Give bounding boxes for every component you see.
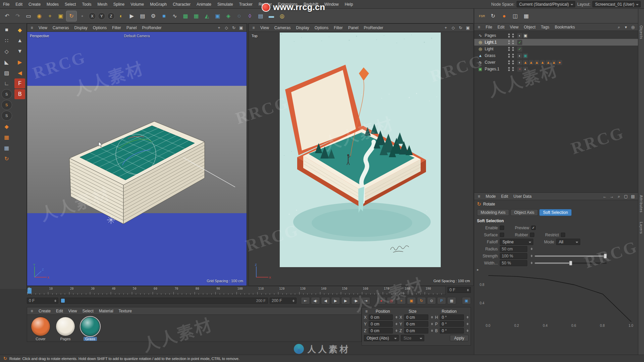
rubber-checkbox[interactable] [530, 233, 534, 237]
visibility-dots[interactable] [508, 34, 510, 38]
object-row-pages[interactable]: ∿Pages◐▣ [474, 32, 638, 39]
array-generator-icon[interactable]: ▦ [191, 11, 201, 21]
coord-rotation-b-field[interactable]: 0 ° [440, 328, 464, 334]
search-icon[interactable]: ⌕ [616, 193, 622, 199]
menubar-item-tools[interactable]: Tools [79, 2, 94, 7]
arrow-up-icon[interactable]: ▲ [14, 36, 25, 46]
material-pages[interactable]: Pages [55, 317, 76, 341]
radius-spinner[interactable] [531, 247, 533, 251]
front-view-icon[interactable]: F [14, 78, 25, 88]
next-frame-button[interactable]: ▶ [341, 297, 350, 304]
make-editable-icon[interactable]: ◆ [14, 25, 25, 35]
timeline-range-slider[interactable]: 200 F [60, 298, 268, 304]
panel-menu-icon[interactable]: ≡ [476, 194, 482, 199]
render-settings-icon[interactable]: ⚙ [148, 11, 158, 21]
enabled-check-tag[interactable]: ✓ [517, 40, 522, 45]
falloff-select[interactable]: Spline [500, 239, 533, 245]
layout-select[interactable]: Screencast_01 (User) [592, 1, 641, 7]
next-key-button[interactable]: ◦▶ [351, 297, 360, 304]
coord-position-y-field[interactable]: 0 cm [369, 321, 393, 327]
viewport-menu-cameras[interactable]: Cameras [272, 25, 293, 30]
current-frame-spinner[interactable] [54, 299, 56, 303]
selection-tag[interactable]: ▲ [551, 60, 556, 65]
camera-label[interactable]: Default Camera [27, 34, 247, 38]
selection-tag[interactable]: ▲ [540, 60, 545, 65]
viewport-menu-prorender[interactable]: ProRender [140, 25, 164, 30]
keyframe-selection-button[interactable]: ▦ [447, 297, 456, 304]
polygons-mode-icon[interactable]: ◣ [1, 57, 12, 67]
pen-spline-icon[interactable]: ∿ [170, 11, 180, 21]
width-field[interactable]: 50 % [500, 260, 527, 266]
panel-menu-icon[interactable]: ≡ [29, 25, 35, 30]
arrow-down-icon[interactable]: ▼ [14, 46, 25, 56]
viewport-orbit-icon[interactable]: ↻ [457, 24, 464, 31]
viewport-menu-options[interactable]: Options [312, 25, 331, 30]
attribute-menu-user-data[interactable]: User Data [511, 194, 534, 199]
material-menu-material[interactable]: Material [96, 309, 116, 313]
object-row-grass[interactable]: ▲Grass◐▣ [474, 52, 638, 59]
coord-spinner[interactable] [395, 328, 397, 333]
material-menu-texture[interactable]: Texture [116, 309, 135, 313]
object-row-pages-1[interactable]: ▣Pages.1×◐ [474, 66, 638, 72]
visibility-dots[interactable] [512, 67, 514, 71]
menubar-item-render[interactable]: Render [256, 2, 275, 7]
viewport-menu-cameras[interactable]: Cameras [50, 25, 72, 30]
simulate-tags-icon[interactable]: ▤ [256, 11, 266, 21]
coord-size-y-field[interactable]: 0 cm [404, 321, 428, 327]
undo-icon[interactable]: ↶ [2, 11, 12, 21]
record-rotation-button[interactable]: ↻ [417, 297, 426, 304]
node-editor-icon[interactable]: ◫ [510, 11, 520, 21]
tab-modeling-axis[interactable]: Modeling Axis [477, 209, 509, 216]
coord-spinner[interactable] [395, 315, 397, 319]
y-axis-lock-icon[interactable]: Y [98, 12, 105, 20]
texture-tag[interactable]: ▣ [523, 33, 528, 38]
selection-tag[interactable]: ▲ [529, 60, 534, 65]
coord-spinner[interactable] [431, 328, 433, 333]
scale-tool-icon[interactable]: ▣ [56, 11, 66, 21]
quantize-icon[interactable]: ▦ [1, 132, 12, 142]
strength-spinner[interactable] [531, 254, 533, 258]
coord-spinner[interactable] [395, 322, 397, 326]
viewport-pan-icon[interactable]: + [216, 24, 222, 31]
object-row-light[interactable]: ◎Light✓ [474, 46, 638, 52]
object-manager-menu-file[interactable]: File [483, 25, 495, 29]
size-mode-select[interactable]: Size [401, 335, 424, 341]
menubar-item-simulate[interactable]: Simulate [214, 2, 236, 7]
menubar-item-create[interactable]: Create [25, 2, 44, 7]
edges-mode-icon[interactable]: ◇ [1, 46, 12, 56]
range-end-spinner[interactable] [292, 299, 294, 303]
redo-icon[interactable]: ↷ [13, 11, 23, 21]
coord-rotation-h-field[interactable]: 0 ° [440, 314, 464, 320]
viewport-menu-display[interactable]: Display [71, 25, 90, 30]
object-row-cover[interactable]: ∿Cover◐▲▲▲▲▲▲● [474, 59, 638, 66]
menubar-item-select[interactable]: Select [62, 2, 79, 7]
floor-icon[interactable]: ▬ [266, 11, 276, 21]
tab-soft-selection[interactable]: Soft Selection [539, 209, 572, 216]
visibility-dots[interactable] [508, 54, 510, 58]
panel-menu-icon[interactable]: ≡ [29, 309, 35, 313]
history-back-icon[interactable]: ← [602, 193, 608, 199]
coord-spinner[interactable] [431, 322, 433, 326]
attribute-menu-mode[interactable]: Mode [483, 194, 498, 199]
object-manager-menu-tags[interactable]: Tags [538, 25, 552, 29]
goto-end-button[interactable]: ⇥ [361, 297, 370, 304]
width-spinner[interactable] [531, 261, 533, 265]
object-manager-menu-object[interactable]: Object [521, 25, 538, 29]
solo-button[interactable]: ▣ [462, 297, 471, 304]
visibility-dots[interactable] [512, 54, 514, 58]
viewport-menu-options[interactable]: Options [90, 25, 109, 30]
radius-field[interactable]: 50 cm [500, 246, 527, 252]
powerslider-frame-marker[interactable] [61, 299, 65, 303]
width-slider[interactable] [535, 262, 607, 264]
mograph-cloner-icon[interactable]: ◈ [223, 11, 233, 21]
panel-menu-icon[interactable]: ≡ [476, 25, 482, 29]
menubar-item-animate[interactable]: Animate [194, 2, 214, 7]
material-grass[interactable]: Grass [79, 317, 101, 341]
snap-icon[interactable]: ◆ [1, 121, 12, 131]
panel-menu-icon[interactable]: ≡ [251, 25, 256, 30]
phong-tag[interactable]: ◐ [517, 53, 522, 58]
rectangle-selection-icon[interactable]: ▭ [23, 11, 34, 21]
coord-position-z-field[interactable]: 0 cm [369, 328, 393, 334]
viewport-orbit-icon[interactable]: ↻ [230, 24, 237, 31]
material-ball-icon[interactable]: ● [499, 11, 509, 21]
